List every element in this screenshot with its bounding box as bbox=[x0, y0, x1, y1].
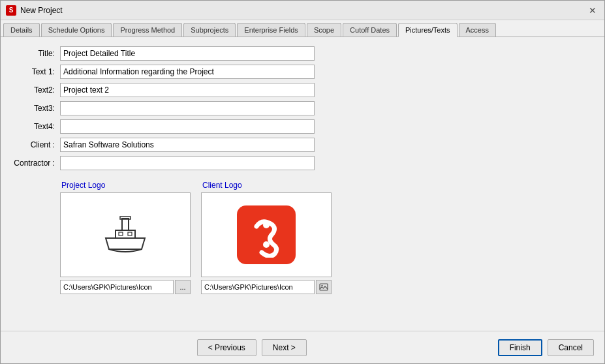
bottom-bar: < Previous Next > Finish Cancel bbox=[1, 331, 604, 363]
text2-row: Text2: bbox=[11, 83, 594, 97]
cancel-button[interactable]: Cancel bbox=[548, 339, 594, 356]
client-row: Client : bbox=[11, 138, 594, 152]
text3-label: Text3: bbox=[11, 104, 60, 113]
window-title: New Project bbox=[20, 6, 63, 15]
tab-access[interactable]: Access bbox=[459, 23, 496, 37]
action-buttons: Finish Cancel bbox=[498, 339, 594, 356]
image-icon bbox=[319, 282, 328, 292]
svg-rect-4 bbox=[119, 232, 123, 235]
project-logo-frame bbox=[60, 192, 191, 277]
text4-row: Text4: bbox=[11, 119, 594, 134]
tab-pictures-texts[interactable]: Pictures/Texts bbox=[398, 23, 457, 37]
contractor-row: Contractor : bbox=[11, 156, 594, 170]
main-window: S New Project ✕ Details Schedule Options… bbox=[0, 0, 605, 364]
tab-details[interactable]: Details bbox=[3, 23, 40, 37]
client-label: Client : bbox=[11, 140, 60, 149]
project-logo-box: Project Logo bbox=[60, 181, 191, 294]
title-label: Title: bbox=[11, 49, 60, 58]
title-bar: S New Project ✕ bbox=[1, 1, 604, 20]
svg-point-6 bbox=[263, 222, 270, 228]
tab-cutoff-dates[interactable]: Cutoff Dates bbox=[343, 23, 397, 37]
content-area: Title: Text 1: Text2: Text3: Text4: Clie… bbox=[1, 37, 604, 331]
client-logo-path-input[interactable] bbox=[201, 280, 315, 294]
contractor-input[interactable] bbox=[60, 156, 315, 170]
text3-row: Text3: bbox=[11, 101, 594, 115]
client-logo-path-row bbox=[201, 280, 332, 294]
text4-label: Text4: bbox=[11, 122, 60, 131]
svg-rect-0 bbox=[122, 219, 129, 230]
project-logo-path-input[interactable] bbox=[60, 280, 174, 294]
text1-row: Text 1: bbox=[11, 65, 594, 79]
tab-scope[interactable]: Scope bbox=[307, 23, 341, 37]
tab-enterprise-fields[interactable]: Enterprise Fields bbox=[237, 23, 305, 37]
tabs-bar: Details Schedule Options Progress Method… bbox=[1, 20, 604, 37]
finish-button[interactable]: Finish bbox=[498, 339, 542, 356]
text3-input[interactable] bbox=[60, 101, 315, 115]
project-logo-path-row: ... bbox=[60, 280, 191, 294]
text4-input[interactable] bbox=[60, 119, 315, 134]
contractor-label: Contractor : bbox=[11, 159, 60, 168]
client-logo-browse-button[interactable] bbox=[316, 280, 332, 294]
text2-input[interactable] bbox=[60, 83, 315, 97]
tab-schedule-options[interactable]: Schedule Options bbox=[41, 23, 112, 37]
app-icon: S bbox=[6, 5, 16, 16]
safran-logo bbox=[237, 205, 296, 264]
tab-subprojects[interactable]: Subprojects bbox=[183, 23, 236, 37]
text2-label: Text2: bbox=[11, 85, 60, 95]
project-logo-label: Project Logo bbox=[61, 181, 191, 190]
logos-section: Project Logo bbox=[60, 181, 594, 294]
svg-marker-3 bbox=[106, 238, 145, 249]
text1-label: Text 1: bbox=[11, 67, 60, 76]
project-logo-browse-button[interactable]: ... bbox=[175, 280, 191, 294]
svg-point-9 bbox=[321, 285, 322, 286]
text1-input[interactable] bbox=[60, 65, 315, 79]
nav-buttons: < Previous Next > bbox=[11, 339, 493, 356]
client-input[interactable] bbox=[60, 138, 315, 152]
client-logo-label: Client Logo bbox=[202, 181, 332, 190]
previous-button[interactable]: < Previous bbox=[197, 339, 256, 356]
svg-rect-8 bbox=[320, 284, 328, 290]
tab-progress-method[interactable]: Progress Method bbox=[113, 23, 182, 37]
client-logo-frame bbox=[201, 192, 332, 277]
safran-logo-svg bbox=[243, 212, 289, 258]
title-bar-left: S New Project bbox=[6, 5, 63, 16]
svg-rect-5 bbox=[128, 232, 132, 235]
ship-icon bbox=[99, 209, 151, 261]
title-row: Title: bbox=[11, 46, 594, 61]
next-button[interactable]: Next > bbox=[262, 339, 307, 356]
svg-point-7 bbox=[263, 241, 270, 248]
close-button[interactable]: ✕ bbox=[586, 4, 599, 17]
title-input[interactable] bbox=[60, 46, 315, 61]
client-logo-box: Client Logo bbox=[201, 181, 332, 294]
